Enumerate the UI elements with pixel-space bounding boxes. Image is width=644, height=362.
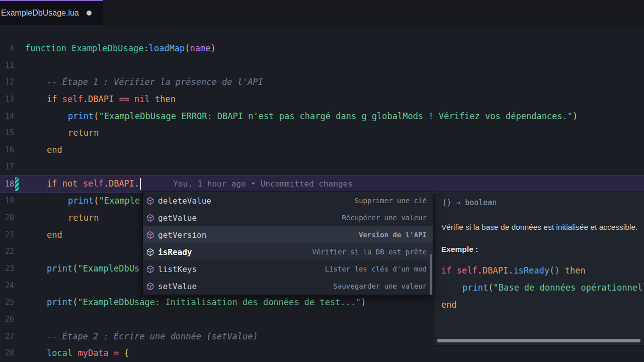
- tab-exampledbusage[interactable]: ExampleDbUsage.lua: [0, 0, 103, 25]
- line-number: 17: [0, 162, 14, 171]
- method-cube-icon: [146, 248, 154, 256]
- line-number: 15: [0, 128, 14, 137]
- code-text: return: [68, 128, 99, 138]
- code-token-punct: .: [477, 265, 482, 276]
- method-cube-icon: [146, 282, 154, 291]
- line-number: 20: [0, 213, 14, 222]
- line-number: 23: [0, 264, 14, 273]
- code-token-paren: {: [124, 348, 129, 358]
- line-number: 22: [0, 247, 14, 256]
- suggest-item-label: listKeys: [158, 264, 197, 274]
- method-description: Vérifie si la base de données est initia…: [441, 219, 641, 236]
- text-cursor: [140, 178, 141, 190]
- suggest-item-isReady[interactable]: isReadyVérifier si la DB est prête: [143, 243, 433, 260]
- code-line-18[interactable]: 18if not self.DBAPI.You, 1 hour ago • Un…: [0, 175, 644, 194]
- code-text: if self.DBAPI == nil then: [47, 94, 176, 104]
- example-heading: Exemple :: [441, 245, 644, 254]
- code-line-28[interactable]: 28local myData = {: [0, 345, 644, 362]
- git-blame-annotation: You, 1 hour ago • Uncommitted changes: [173, 179, 352, 189]
- code-text: print("Example: [68, 196, 140, 206]
- code-token-plain: [119, 348, 124, 358]
- code-token-paren: (: [94, 196, 99, 206]
- code-token-plain: [560, 265, 565, 276]
- method-cube-icon: [146, 197, 154, 205]
- suggest-item-deleteValue[interactable]: deleteValueSupprimer une clé: [143, 192, 433, 209]
- code-token-paren: (: [72, 297, 77, 307]
- code-token-kw: if: [47, 94, 57, 104]
- code-token-paren: (: [94, 111, 99, 121]
- code-line-13[interactable]: 13if self.DBAPI == nil then: [0, 90, 644, 108]
- example-code-line: if self.DBAPI.isReady() then: [441, 262, 644, 279]
- code-token-op: ==: [119, 94, 129, 104]
- suggest-item-listKeys[interactable]: listKeysLister les clés d'un mod: [143, 260, 433, 278]
- code-line-12[interactable]: 12-- Étape 1 : Vérifier la présence de l…: [0, 73, 644, 90]
- code-token-func: print: [68, 196, 94, 206]
- code-token-str: "ExampleDbUsage: Initialisation des donn…: [77, 297, 361, 307]
- suggest-item-getVersion[interactable]: getVersionVersion de l'API: [143, 226, 433, 243]
- code-token-plain: [57, 94, 62, 104]
- code-line-15[interactable]: 15return: [0, 125, 644, 142]
- code-token-self: self: [62, 94, 83, 104]
- line-number: 26: [0, 315, 14, 324]
- code-line-14[interactable]: 14print("ExampleDbUsage ERROR: DBAPI n'e…: [0, 108, 644, 125]
- line-number: 14: [0, 112, 14, 121]
- code-token-plain: [129, 94, 134, 104]
- code-token-punct: .: [508, 265, 513, 276]
- code-token-plain: [66, 43, 71, 53]
- suggest-item-label: setValue: [158, 282, 197, 291]
- code-text: print("ExampleDbUsage: Initialisation de…: [47, 297, 366, 307]
- code-token-kwred: if: [441, 265, 451, 276]
- suggest-item-label: deleteValue: [158, 196, 211, 206]
- code-token-punct2: (): [549, 265, 559, 276]
- code-token-func: loadMap: [149, 43, 185, 53]
- git-modified-indicator: [15, 177, 19, 192]
- code-token-func: print: [68, 111, 94, 121]
- line-number: 11: [0, 61, 14, 70]
- code-token-comment: -- Étape 2 : Écrire une donnée (setValue…: [47, 331, 258, 341]
- suggest-item-label: getVersion: [158, 230, 206, 240]
- suggest-list-scrollbar[interactable]: [430, 254, 432, 295]
- code-token-str: "Example: [99, 196, 140, 206]
- code-token-func: print: [47, 297, 72, 307]
- code-text: print("ExampleDbUsage ERROR: DBAPI n'est…: [68, 111, 578, 121]
- code-line-16[interactable]: 16end: [0, 141, 644, 158]
- line-number: 28: [0, 348, 14, 357]
- suggest-item-detail: Sauvegarder une valeur: [334, 282, 427, 290]
- code-text: print("ExampleDbUs: [47, 263, 139, 274]
- code-text: -- Étape 2 : Écrire une donnée (setValue…: [47, 331, 258, 341]
- code-token-self: self: [83, 178, 104, 189]
- code-token-func: isReady: [513, 265, 549, 276]
- code-token-kw: return: [68, 128, 99, 138]
- code-token-kw: return: [68, 213, 99, 223]
- suggest-item-detail: Récupérer une valeur: [342, 214, 427, 222]
- code-line-11[interactable]: 11: [0, 57, 644, 74]
- suggest-item-detail: Vérifier si la DB est prête: [312, 248, 427, 256]
- code-token-self: myData: [77, 348, 108, 358]
- method-cube-icon: [146, 265, 154, 274]
- code-token-paren: (: [72, 263, 77, 274]
- modified-dot-icon[interactable]: [87, 11, 92, 16]
- line-number: 13: [0, 95, 14, 104]
- suggest-item-label: getValue: [158, 213, 197, 223]
- code-token-plain: [77, 178, 83, 189]
- code-token-func: print: [462, 283, 488, 293]
- suggest-item-getValue[interactable]: getValueRécupérer une valeur: [143, 209, 433, 226]
- line-number: 4: [0, 44, 14, 53]
- suggest-item-detail: Lister les clés d'un mod: [325, 265, 427, 273]
- method-cube-icon: [146, 231, 154, 239]
- docs-horizontal-scrollbar[interactable]: [437, 339, 640, 342]
- code-text: function ExampleDbUsage:loadMap(name): [25, 43, 216, 53]
- line-number: 24: [0, 281, 14, 290]
- code-token-prop: DBAPI: [88, 94, 114, 104]
- code-token-kw: then: [155, 94, 176, 104]
- code-token-kw: then: [565, 265, 586, 276]
- code-token-kw: end: [47, 145, 62, 155]
- code-token-punct: .: [104, 178, 109, 189]
- code-token-prop: DBAPI: [482, 265, 508, 276]
- code-token-plain: [451, 265, 456, 276]
- code-line-4[interactable]: 4function ExampleDbUsage:loadMap(name): [0, 40, 644, 57]
- code-token-paren: ): [573, 111, 578, 121]
- code-token-paren: ): [361, 297, 366, 307]
- suggest-item-setValue[interactable]: setValueSauvegarder une valeur: [143, 278, 433, 295]
- code-line-17[interactable]: 17: [0, 158, 644, 175]
